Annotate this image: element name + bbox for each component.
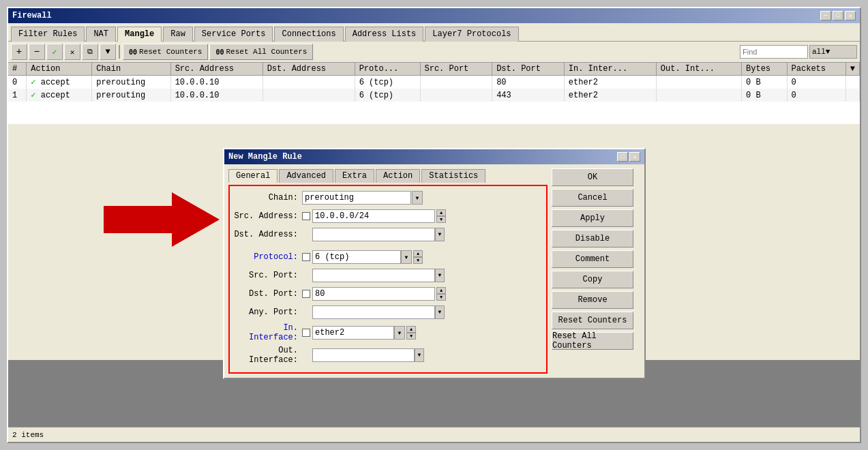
- tab-address-lists[interactable]: Address Lists: [345, 27, 424, 42]
- dst-port-up-button[interactable]: ▲: [436, 287, 446, 294]
- dialog-left-panel: General Advanced Extra Action Statistics…: [228, 168, 548, 374]
- dst-port-down-button[interactable]: ▼: [436, 294, 446, 301]
- tab-nat[interactable]: NAT: [86, 27, 116, 42]
- any-port-label: Any. Port:: [234, 308, 302, 317]
- close-button[interactable]: ✕: [845, 11, 856, 20]
- find-scope-value: all: [812, 48, 826, 56]
- cell-out-iface: [656, 76, 741, 89]
- cell-chain: prerouting: [92, 89, 170, 102]
- dst-port-updown: ▲ ▼: [436, 287, 446, 301]
- cell-in-iface: ether2: [564, 76, 656, 89]
- out-interface-input[interactable]: [312, 348, 415, 362]
- in-interface-checkbox[interactable]: [302, 329, 310, 337]
- protocol-dropdown-arrow[interactable]: ▼: [401, 250, 412, 264]
- counter-icon: 00: [129, 48, 137, 56]
- tab-raw[interactable]: Raw: [163, 27, 193, 42]
- src-address-up-button[interactable]: ▲: [436, 209, 446, 216]
- add-button[interactable]: +: [11, 44, 27, 60]
- comment-button[interactable]: Comment: [552, 250, 633, 268]
- in-interface-down-button[interactable]: ▼: [406, 333, 416, 340]
- dialog-tab-advanced[interactable]: Advanced: [279, 169, 333, 183]
- src-port-input[interactable]: [312, 269, 435, 282]
- dst-port-checkbox[interactable]: [302, 290, 310, 298]
- any-port-down-button[interactable]: ▼: [435, 305, 445, 319]
- cell-proto: 6 (tcp): [355, 89, 420, 102]
- remove-button[interactable]: −: [29, 44, 45, 60]
- protocol-checkbox[interactable]: [302, 253, 310, 261]
- reset-all-counters-button[interactable]: 00 Reset All Counters: [209, 44, 313, 60]
- cell-extra: [845, 89, 859, 102]
- tab-connections[interactable]: Connections: [274, 27, 343, 42]
- apply-button[interactable]: Apply: [552, 209, 633, 227]
- tab-service-ports[interactable]: Service Ports: [194, 27, 273, 42]
- col-num: #: [8, 63, 27, 76]
- cell-bytes: 0 B: [742, 89, 788, 102]
- dialog-tab-action[interactable]: Action: [376, 169, 420, 183]
- dialog-tab-extra[interactable]: Extra: [335, 169, 374, 183]
- col-chain: Chain: [92, 63, 170, 76]
- tab-mangle[interactable]: Mangle: [117, 27, 162, 42]
- in-interface-row: In. Interface: ether2 ▼ ▲ ▼: [234, 323, 542, 342]
- protocol-down-button[interactable]: ▼: [413, 257, 423, 264]
- dialog-close-button[interactable]: ✕: [629, 152, 640, 162]
- dialog-maximize-button[interactable]: □: [617, 152, 628, 162]
- rules-table-container: # Action Chain Src. Address Dst. Address…: [8, 63, 860, 124]
- col-proto: Proto...: [355, 63, 420, 76]
- col-dst-port: Dst. Port: [492, 63, 565, 76]
- col-dst-address: Dst. Address: [263, 63, 355, 76]
- src-port-down-button[interactable]: ▼: [435, 269, 445, 282]
- chain-dropdown-arrow[interactable]: ▼: [412, 191, 423, 205]
- copy-dialog-button[interactable]: Copy: [552, 271, 633, 288]
- tab-layer7-protocols[interactable]: Layer7 Protocols: [425, 27, 518, 42]
- remove-button[interactable]: Remove: [552, 291, 633, 309]
- cell-packets: 0: [787, 89, 845, 102]
- dialog-window-controls: □ ✕: [617, 152, 640, 162]
- dialog-right-panel: OK Cancel Apply Disable Comment Copy Rem…: [552, 168, 640, 374]
- reset-counters-dialog-button[interactable]: Reset Counters: [552, 312, 633, 329]
- src-address-checkbox[interactable]: [302, 212, 310, 220]
- protocol-up-button[interactable]: ▲: [413, 250, 423, 257]
- any-port-input[interactable]: [312, 305, 435, 319]
- find-input[interactable]: [740, 45, 808, 59]
- copy-button[interactable]: ⧉: [82, 44, 98, 60]
- dst-port-input[interactable]: [312, 287, 435, 301]
- cell-proto: 6 (tcp): [355, 76, 420, 89]
- dialog-tab-general[interactable]: General: [228, 169, 278, 183]
- cell-packets: 0: [787, 76, 845, 89]
- reset-all-counters-dialog-button[interactable]: Reset All Counters: [552, 332, 633, 350]
- table-row[interactable]: 1 ✓ accept prerouting 10.0.0.10 6 (tcp) …: [8, 89, 860, 102]
- disable-button[interactable]: Disable: [552, 230, 633, 247]
- cell-dst: [263, 76, 355, 89]
- protocol-value[interactable]: 6 (tcp): [312, 250, 401, 264]
- dst-address-down-button[interactable]: ▼: [435, 228, 445, 241]
- in-interface-dropdown-arrow[interactable]: ▼: [394, 326, 405, 340]
- src-address-down-button[interactable]: ▼: [436, 216, 446, 223]
- cancel-button[interactable]: Cancel: [552, 189, 633, 207]
- dst-port-label: Dst. Port:: [234, 289, 302, 299]
- tab-filter-rules[interactable]: Filter Rules: [11, 27, 85, 42]
- out-interface-down-button[interactable]: ▼: [415, 348, 424, 362]
- dialog-tab-statistics[interactable]: Statistics: [421, 169, 485, 183]
- src-address-input[interactable]: [312, 209, 435, 223]
- enable-button[interactable]: ✓: [46, 44, 63, 60]
- find-scope-dropdown[interactable]: all ▼: [809, 45, 857, 59]
- dst-address-row: Dst. Address: ▼: [234, 227, 542, 242]
- table-row[interactable]: 0 ✓ accept prerouting 10.0.0.10 6 (tcp) …: [8, 76, 860, 89]
- new-mangle-rule-dialog: New Mangle Rule □ ✕ General Advanced Ext…: [223, 148, 646, 379]
- maximize-button[interactable]: □: [833, 11, 843, 20]
- main-tab-bar: Filter Rules NAT Mangle Raw Service Port…: [8, 23, 860, 42]
- cell-chain: prerouting: [92, 76, 170, 89]
- in-interface-label: In. Interface:: [234, 323, 302, 342]
- in-interface-value[interactable]: ether2: [312, 326, 394, 340]
- in-interface-up-button[interactable]: ▲: [406, 326, 416, 333]
- src-address-updown: ▲ ▼: [436, 209, 446, 223]
- reset-counters-button[interactable]: 00 Reset Counters: [123, 44, 208, 60]
- disable-button[interactable]: ✕: [64, 44, 80, 60]
- chain-value[interactable]: prerouting: [302, 191, 411, 205]
- ok-button[interactable]: OK: [552, 168, 633, 186]
- minimize-button[interactable]: ─: [820, 11, 831, 20]
- cell-dst-port: 80: [492, 76, 565, 89]
- filter-button[interactable]: ▼: [100, 44, 116, 60]
- dropdown-arrow-icon: ▼: [826, 48, 830, 56]
- dst-address-input[interactable]: [312, 228, 435, 241]
